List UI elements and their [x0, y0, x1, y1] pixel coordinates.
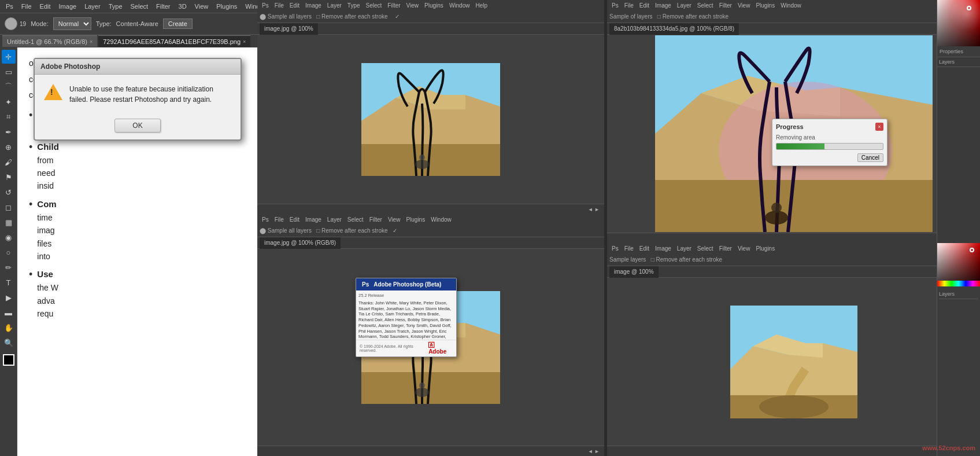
pen-tool[interactable]: ✏: [2, 260, 16, 274]
brush-tool-btn[interactable]: 🖌: [2, 155, 16, 169]
menu-select[interactable]: Select: [127, 0, 152, 13]
rb-tab-active[interactable]: image @ 100%: [609, 266, 659, 278]
hand-tool[interactable]: ✋: [2, 321, 16, 334]
menu-edit[interactable]: Edit: [36, 0, 54, 13]
ct-tab-active[interactable]: image.jpg @ 100%: [260, 23, 318, 35]
cb-menu-edit[interactable]: Edit: [287, 216, 302, 223]
history-brush-tool[interactable]: ↺: [2, 185, 16, 199]
cb-menu-select[interactable]: Select: [345, 216, 366, 223]
text-tool[interactable]: T: [2, 275, 16, 289]
tab-untitled-close[interactable]: ×: [90, 39, 93, 45]
rt-menu-view[interactable]: View: [735, 2, 753, 9]
eraser-tool[interactable]: ◻: [2, 200, 16, 214]
rt-menu: Ps File Edit Image Layer Select Filter V…: [607, 0, 980, 10]
create-button[interactable]: Create: [163, 19, 193, 29]
ct-menu-file[interactable]: File: [272, 2, 286, 9]
cb-menu-plugins[interactable]: Plugins: [404, 216, 427, 223]
magic-wand-tool[interactable]: ✦: [2, 95, 16, 109]
lasso-tool[interactable]: ⌒: [2, 80, 16, 94]
progress-close-button[interactable]: ×: [875, 123, 883, 131]
rt-menu-window[interactable]: Window: [778, 2, 804, 9]
rt-color-picker[interactable]: [937, 0, 980, 46]
spot-healing-tool[interactable]: ⊕: [2, 140, 16, 154]
rt-menu-plugins[interactable]: Plugins: [753, 2, 777, 9]
menu-filter[interactable]: Filter: [153, 0, 173, 13]
cb-menu-layer[interactable]: Layer: [325, 216, 344, 223]
foreground-color[interactable]: [3, 354, 14, 366]
rt-menu-edit[interactable]: Edit: [637, 2, 652, 9]
gradient-tool[interactable]: ▦: [2, 215, 16, 229]
cb-options: ⬤ Sample all layers □ Remove after each …: [257, 225, 604, 237]
ct-menu-image[interactable]: Image: [303, 2, 324, 9]
ct-menu-edit[interactable]: Edit: [287, 2, 302, 9]
rt-menu-image[interactable]: Image: [653, 2, 674, 9]
rt-menu-filter[interactable]: Filter: [717, 2, 734, 9]
ct-menu-filter[interactable]: Filter: [385, 2, 402, 9]
rb-menu-file[interactable]: File: [622, 245, 636, 252]
move-tool[interactable]: ✛: [2, 50, 16, 64]
rb-menu-edit[interactable]: Edit: [637, 245, 652, 252]
blur-tool[interactable]: ◉: [2, 230, 16, 244]
tab-image-close[interactable]: ×: [243, 39, 246, 45]
rb-menu-layer[interactable]: Layer: [675, 245, 694, 252]
cb-menu-window[interactable]: Window: [428, 216, 454, 223]
dialog-ok-button[interactable]: OK: [114, 119, 161, 133]
svg-point-18: [419, 383, 425, 388]
eyedropper-tool[interactable]: ✒: [2, 125, 16, 139]
ct-menu-select[interactable]: Select: [364, 2, 384, 9]
path-selection-tool[interactable]: ▶: [2, 290, 16, 304]
tab-image[interactable]: 7292A1D96AEE85A7A6ABA1EBFCF7E39B.png ×: [98, 35, 250, 47]
splash-footer: © 1990-2024 Adobe. All rights reserved. …: [356, 340, 456, 356]
bullet-child: • Child from need insid: [29, 140, 246, 193]
ct-menu-help[interactable]: Help: [473, 2, 490, 9]
rt-menu-layer[interactable]: Layer: [675, 2, 694, 9]
rb-menu-image[interactable]: Image: [653, 245, 674, 252]
ct-menu-ps[interactable]: Ps: [260, 2, 271, 9]
cb-menu-ps[interactable]: Ps: [260, 216, 271, 223]
clone-stamp-tool[interactable]: ⚑: [2, 170, 16, 184]
cb-menu-file[interactable]: File: [272, 216, 286, 223]
rb-menu-plugins[interactable]: Plugins: [753, 245, 777, 252]
tab-untitled[interactable]: Untitled-1 @ 66.7% (RGB/8) ×: [2, 35, 97, 47]
menu-plugins[interactable]: Plugins: [213, 0, 241, 13]
zoom-tool[interactable]: 🔍: [2, 336, 16, 350]
cb-tab-active[interactable]: image.jpg @ 100% (RGB/8): [260, 237, 341, 249]
rb-color-selector[interactable]: [970, 248, 974, 252]
mode-select[interactable]: Normal: [53, 17, 91, 30]
menu-type[interactable]: Type: [105, 0, 126, 13]
menu-image[interactable]: Image: [56, 0, 80, 13]
progress-cancel-button[interactable]: Cancel: [857, 153, 883, 162]
menu-window[interactable]: Window: [242, 0, 257, 13]
rb-layers-title: Layers: [939, 291, 978, 299]
rt-menu-ps[interactable]: Ps: [609, 2, 621, 9]
dodge-tool[interactable]: ○: [2, 245, 16, 259]
ct-menu-view[interactable]: View: [404, 2, 421, 9]
rt-color-selector[interactable]: [967, 6, 971, 10]
ct-menu-window[interactable]: Window: [447, 2, 472, 9]
cb-menu-image[interactable]: Image: [303, 216, 324, 223]
cb-menu-view[interactable]: View: [386, 216, 403, 223]
rb-hue-bar[interactable]: [937, 281, 980, 286]
menu-layer[interactable]: Layer: [81, 0, 104, 13]
rt-menu-select[interactable]: Select: [695, 2, 716, 9]
rb-color-picker[interactable]: [937, 243, 980, 289]
rt-tab-active[interactable]: 8a2b103b984133334da5.jpg @ 100% (RGB/8): [609, 23, 739, 35]
brush-preview: [5, 17, 17, 30]
rb-menu-select[interactable]: Select: [695, 245, 716, 252]
rb-menu-filter[interactable]: Filter: [717, 245, 734, 252]
svg-point-4: [415, 160, 429, 169]
ct-menu-type[interactable]: Type: [345, 2, 363, 9]
rt-menu-file[interactable]: File: [622, 2, 636, 9]
menu-ps[interactable]: Ps: [2, 0, 17, 13]
rb-menu-ps[interactable]: Ps: [609, 245, 621, 252]
menu-view[interactable]: View: [191, 0, 212, 13]
cb-menu-filter[interactable]: Filter: [367, 216, 384, 223]
ct-menu-layer[interactable]: Layer: [325, 2, 344, 9]
marquee-tool[interactable]: ▭: [2, 65, 16, 79]
ct-menu-plugins[interactable]: Plugins: [422, 2, 446, 9]
shape-tool[interactable]: ▬: [2, 306, 16, 319]
crop-tool[interactable]: ⌗: [2, 110, 16, 124]
rb-menu-view[interactable]: View: [735, 245, 753, 252]
menu-file[interactable]: File: [18, 0, 35, 13]
menu-3d[interactable]: 3D: [175, 0, 190, 13]
